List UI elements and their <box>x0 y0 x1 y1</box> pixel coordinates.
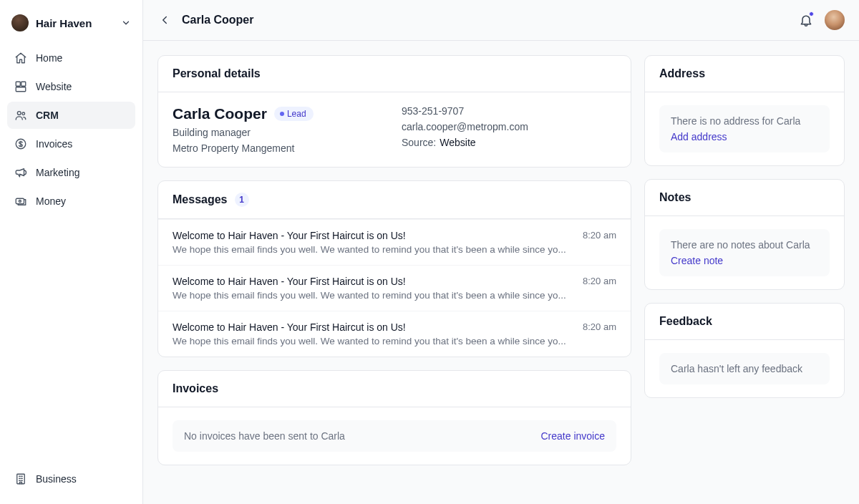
message-subject: Welcome to Hair Haven - Your First Hairc… <box>173 276 406 287</box>
notes-card: Notes There are no notes about Carla Cre… <box>644 179 845 290</box>
contact-company: Metro Property Mangement <box>173 142 387 154</box>
message-preview: We hope this email finds you well. We wa… <box>173 290 616 301</box>
nav-label: Marketing <box>36 167 79 178</box>
feedback-title: Feedback <box>645 304 844 340</box>
address-title: Address <box>645 56 844 92</box>
status-badge: Lead <box>274 107 314 121</box>
nav-website[interactable]: Website <box>7 73 135 100</box>
message-item[interactable]: Welcome to Hair Haven - Your First Hairc… <box>158 219 631 265</box>
main: Carla Cooper Personal details Carla Coop… <box>143 0 859 504</box>
svg-point-4 <box>22 112 25 115</box>
invoices-title: Invoices <box>158 371 631 407</box>
nav-label: Home <box>36 52 62 64</box>
message-item[interactable]: Welcome to Hair Haven - Your First Hairc… <box>158 311 631 357</box>
contact-email: carla.cooper@metropm.com <box>402 121 616 132</box>
source-value: Website <box>440 137 475 148</box>
back-button[interactable] <box>157 13 172 27</box>
create-note-link[interactable]: Create note <box>671 255 723 266</box>
megaphone-icon <box>14 166 27 179</box>
topbar: Carla Cooper <box>143 0 859 41</box>
layout-icon <box>14 80 27 93</box>
workspace-switcher[interactable]: Hair Haven <box>0 10 142 44</box>
sidebar: Hair Haven Home Website CRM Invoices Mar… <box>0 0 143 504</box>
messages-card: Messages 1 Welcome to Hair Haven - Your … <box>157 180 631 357</box>
content: Personal details Carla Cooper Lead Build… <box>143 41 859 504</box>
nav-label: Money <box>36 195 66 207</box>
svg-point-7 <box>19 200 21 203</box>
contact-phone: 953-251-9707 <box>402 105 616 117</box>
notifications-button[interactable] <box>797 11 815 29</box>
message-time: 8:20 am <box>583 276 616 287</box>
address-card: Address There is no address for Carla Ad… <box>644 55 845 166</box>
feedback-card: Feedback Carla hasn't left any feedback <box>644 303 845 398</box>
svg-rect-6 <box>16 198 24 204</box>
sidebar-bottom: Business <box>0 465 142 494</box>
home-icon <box>14 52 27 64</box>
messages-title: Messages <box>173 193 228 206</box>
workspace-name: Hair Haven <box>36 17 114 29</box>
message-preview: We hope this email finds you well. We wa… <box>173 244 616 255</box>
workspace-logo <box>11 14 29 32</box>
nav-label: Business <box>36 473 77 485</box>
page-title: Carla Cooper <box>182 14 787 26</box>
nav-marketing[interactable]: Marketing <box>7 159 135 186</box>
personal-details-card: Personal details Carla Cooper Lead Build… <box>157 55 631 168</box>
chevron-down-icon <box>121 18 131 28</box>
contact-name: Carla Cooper <box>173 105 267 122</box>
add-address-link[interactable]: Add address <box>671 131 727 142</box>
sidebar-nav: Home Website CRM Invoices Marketing Mone… <box>0 44 142 465</box>
nav-label: Website <box>36 81 72 92</box>
nav-business[interactable]: Business <box>7 465 135 493</box>
nav-money[interactable]: Money <box>7 188 135 215</box>
building-icon <box>14 472 27 485</box>
left-column: Personal details Carla Cooper Lead Build… <box>157 55 631 465</box>
create-invoice-link[interactable]: Create invoice <box>541 430 606 442</box>
svg-rect-0 <box>16 82 20 86</box>
invoices-card: Invoices No invoices have been sent to C… <box>157 370 631 465</box>
nav-label: Invoices <box>36 138 72 150</box>
message-item[interactable]: Welcome to Hair Haven - Your First Hairc… <box>158 265 631 311</box>
messages-count-badge: 1 <box>235 193 249 207</box>
user-avatar[interactable] <box>825 10 845 30</box>
dollar-circle-icon <box>14 137 27 150</box>
contact-role: Building manager <box>173 127 387 138</box>
invoices-empty-text: No invoices have been sent to Carla <box>184 430 345 442</box>
svg-rect-1 <box>21 82 26 86</box>
message-subject: Welcome to Hair Haven - Your First Hairc… <box>173 321 406 333</box>
notification-dot-icon <box>809 11 814 16</box>
svg-rect-2 <box>16 87 26 92</box>
message-subject: Welcome to Hair Haven - Your First Hairc… <box>173 230 406 241</box>
notes-empty-text: There are no notes about Carla <box>671 239 810 251</box>
source-label: Source: <box>402 137 436 148</box>
nav-label: CRM <box>36 110 59 121</box>
feedback-empty-text: Carla hasn't left any feedback <box>671 363 802 374</box>
users-icon <box>14 109 27 122</box>
chevron-left-icon <box>158 14 171 26</box>
message-preview: We hope this email finds you well. We wa… <box>173 336 616 346</box>
cash-icon <box>14 195 27 208</box>
address-empty-text: There is no address for Carla <box>671 115 800 127</box>
nav-invoices[interactable]: Invoices <box>7 130 135 158</box>
notes-title: Notes <box>645 180 844 216</box>
message-time: 8:20 am <box>583 230 616 241</box>
right-column: Address There is no address for Carla Ad… <box>644 55 845 465</box>
nav-crm[interactable]: CRM <box>7 102 135 129</box>
messages-list: Welcome to Hair Haven - Your First Hairc… <box>158 219 631 357</box>
personal-details-title: Personal details <box>158 56 631 92</box>
svg-point-3 <box>17 112 21 115</box>
message-time: 8:20 am <box>583 321 616 333</box>
nav-home[interactable]: Home <box>7 44 135 72</box>
